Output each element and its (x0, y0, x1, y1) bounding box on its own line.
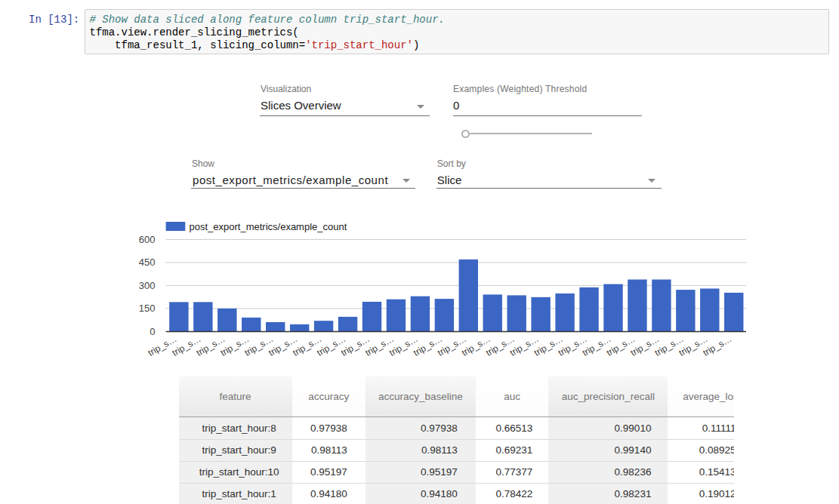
svg-text:0: 0 (150, 326, 155, 337)
svg-text:450: 450 (139, 257, 156, 268)
svg-text:600: 600 (139, 234, 156, 245)
svg-text:post_export_metrics/example_co: post_export_metrics/example_count (190, 221, 347, 232)
svg-text:150: 150 (139, 303, 156, 314)
svg-text:300: 300 (139, 280, 156, 291)
